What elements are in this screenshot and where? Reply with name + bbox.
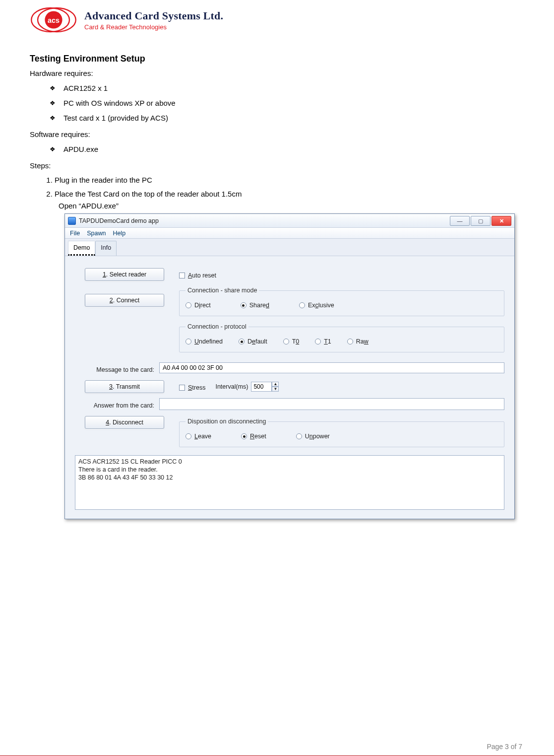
window-title: TAPDUDemoCard demo app	[79, 215, 159, 226]
radio-leave[interactable]: Leave	[185, 431, 211, 442]
answer-output	[159, 398, 504, 410]
radio-t0[interactable]: T0	[283, 336, 300, 347]
hw-requires-label: Hardware requires:	[30, 69, 524, 77]
radio-direct[interactable]: Direct	[185, 300, 211, 311]
steps-list: Plug in the reader into the PC Place the…	[45, 175, 524, 519]
interval-stepper[interactable]: ▲ ▼	[251, 382, 279, 392]
doc-header: acs Advanced Card Systems Ltd. Card & Re…	[30, 0, 524, 36]
connect-button[interactable]: 2. Connect	[85, 294, 164, 307]
app-icon	[68, 217, 76, 225]
list-item: PC with OS windows XP or above	[50, 97, 524, 109]
radio-reset[interactable]: Reset	[241, 431, 266, 442]
radio-default[interactable]: Default	[239, 336, 267, 347]
step-2: Place the Test Card on the top of the re…	[55, 189, 524, 519]
hw-list: ACR1252 x 1 PC with OS windows XP or abo…	[50, 82, 524, 124]
disconnect-button[interactable]: 4. Disconnect	[85, 416, 164, 429]
steps-label: Steps:	[30, 161, 524, 170]
company-tagline: Card & Reader Technologies	[84, 23, 223, 31]
message-input[interactable]	[159, 362, 504, 373]
radio-icon	[283, 339, 289, 344]
window-titlebar[interactable]: TAPDUDemoCard demo app — ▢ ✕	[65, 214, 514, 228]
radio-icon	[241, 302, 246, 308]
step-1: Plug in the reader into the PC	[55, 175, 524, 186]
sw-list: APDU.exe	[50, 143, 524, 155]
interval-input[interactable]	[251, 382, 272, 392]
disposition-group: Disposition on disconnecting Leave Reset…	[179, 416, 504, 447]
radio-exclusive[interactable]: Exclusive	[299, 300, 334, 311]
section-heading: Testing Environment Setup	[30, 54, 524, 64]
chevron-up-icon[interactable]: ▲	[272, 382, 279, 387]
menu-file[interactable]: File	[70, 228, 80, 239]
protocol-group: Connection - protocol Undefined Default …	[179, 321, 504, 352]
maximize-button[interactable]: ▢	[471, 216, 491, 226]
radio-unpower[interactable]: Unpower	[296, 431, 330, 442]
share-mode-group: Connection - share mode Direct Shared Ex…	[179, 285, 504, 316]
transmit-button[interactable]: 3. Transmit	[85, 380, 164, 393]
radio-icon	[185, 339, 191, 344]
radio-icon	[185, 433, 191, 439]
svg-text:acs: acs	[48, 16, 60, 24]
radio-icon	[241, 433, 247, 439]
share-mode-legend: Connection - share mode	[185, 285, 259, 296]
answer-label: Answer from the card:	[75, 398, 159, 411]
list-item: ACR1252 x 1	[50, 82, 524, 94]
radio-t1[interactable]: T1	[315, 336, 331, 347]
radio-icon	[296, 433, 302, 439]
page-number: Page 3 of 7	[0, 721, 554, 756]
radio-icon	[299, 302, 305, 308]
company-name: Advanced Card Systems Ltd.	[84, 9, 223, 22]
apdu-window: TAPDUDemoCard demo app — ▢ ✕ File Spawn …	[64, 213, 515, 519]
radio-icon	[185, 302, 191, 308]
radio-raw[interactable]: Raw	[347, 336, 369, 347]
step-2-sub: Open “APDU.exe”	[59, 201, 524, 211]
stress-checkbox[interactable]: Stress	[179, 382, 205, 393]
tab-demo[interactable]: Demo	[68, 241, 95, 256]
protocol-legend: Connection - protocol	[185, 321, 248, 332]
tab-info[interactable]: Info	[95, 241, 117, 256]
menu-help[interactable]: Help	[113, 228, 125, 239]
sw-requires-label: Software requires:	[30, 130, 524, 138]
menubar[interactable]: File Spawn Help	[65, 228, 514, 239]
log-area: ACS ACR1252 1S CL Reader PICC 0 There is…	[75, 455, 504, 510]
radio-undefined[interactable]: Undefined	[185, 336, 223, 347]
radio-icon	[347, 339, 353, 344]
select-reader-button[interactable]: 1. Select reader	[85, 268, 164, 281]
interval-label: Interval(ms)	[215, 381, 248, 392]
close-button[interactable]: ✕	[492, 216, 511, 226]
list-item: APDU.exe	[50, 143, 524, 155]
radio-icon	[239, 339, 245, 344]
message-label: Message to the card:	[75, 362, 159, 375]
checkbox-icon	[179, 385, 185, 391]
step-2-text: Place the Test Card on the top of the re…	[55, 190, 242, 198]
auto-reset-checkbox[interactable]: Auto reset	[179, 270, 504, 281]
radio-icon	[315, 339, 321, 344]
chevron-down-icon[interactable]: ▼	[272, 387, 279, 392]
tabstrip: Demo Info	[65, 239, 514, 256]
checkbox-icon	[179, 273, 185, 278]
list-item: Test card x 1 (provided by ACS)	[50, 112, 524, 124]
disposition-legend: Disposition on disconnecting	[185, 416, 268, 427]
minimize-button[interactable]: —	[450, 216, 470, 226]
menu-spawn[interactable]: Spawn	[87, 228, 106, 239]
acs-logo: acs	[30, 4, 77, 36]
radio-shared[interactable]: Shared	[241, 300, 269, 311]
